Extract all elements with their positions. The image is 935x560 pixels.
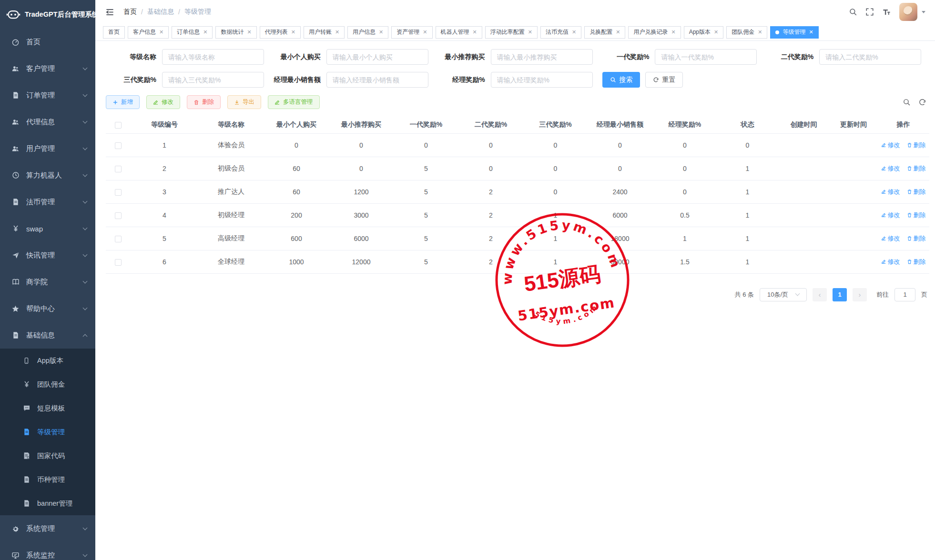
close-icon[interactable]: ✕ bbox=[159, 30, 163, 35]
collapse-sidebar-icon[interactable] bbox=[105, 8, 114, 17]
breadcrumb-basic-info[interactable]: 基础信息 bbox=[147, 8, 174, 16]
page-size-select[interactable]: 10条/页 bbox=[760, 288, 807, 301]
fullscreen-icon[interactable] bbox=[865, 8, 874, 16]
row-checkbox[interactable] bbox=[115, 259, 122, 266]
close-icon[interactable]: ✕ bbox=[572, 30, 576, 35]
sidebar-item-user-management[interactable]: 用户管理 bbox=[0, 135, 95, 162]
tab-customer-info[interactable]: 客户信息✕ bbox=[128, 26, 169, 39]
sidebar-item-country-code[interactable]: 国家代码 bbox=[0, 444, 95, 468]
row-delete-link[interactable]: 删除 bbox=[907, 188, 926, 196]
tab-exchange-config[interactable]: 兑换配置✕ bbox=[584, 26, 625, 39]
edit-button[interactable]: 修改 bbox=[146, 95, 180, 109]
sidebar-item-help-center[interactable]: 帮助中心 bbox=[0, 295, 95, 322]
row-delete-link[interactable]: 删除 bbox=[907, 164, 926, 173]
close-icon[interactable]: ✕ bbox=[247, 30, 251, 35]
sidebar-item-computing-robot[interactable]: 算力机器人 bbox=[0, 162, 95, 189]
export-button[interactable]: 导出 bbox=[227, 95, 261, 109]
tab-robot-management[interactable]: 机器人管理✕ bbox=[436, 26, 482, 39]
tab-asset-management[interactable]: 资产管理✕ bbox=[391, 26, 432, 39]
close-icon[interactable]: ✕ bbox=[671, 30, 675, 35]
refresh-icon[interactable] bbox=[918, 98, 926, 106]
sidebar-item-level-management[interactable]: 等级管理 bbox=[0, 420, 95, 444]
avatar-caret-icon[interactable] bbox=[922, 11, 925, 13]
next-page-button[interactable]: › bbox=[853, 288, 867, 301]
row-edit-link[interactable]: 修改 bbox=[881, 211, 900, 220]
breadcrumb-home[interactable]: 首页 bbox=[123, 8, 137, 16]
close-icon[interactable]: ✕ bbox=[714, 30, 718, 35]
row-edit-link[interactable]: 修改 bbox=[881, 141, 900, 150]
close-icon[interactable]: ✕ bbox=[423, 30, 427, 35]
row-edit-link[interactable]: 修改 bbox=[881, 234, 900, 243]
sidebar-item-sms-template[interactable]: 短息模板 bbox=[0, 396, 95, 420]
reset-button[interactable]: 重置 bbox=[645, 72, 683, 88]
sidebar-item-app-version[interactable]: App版本 bbox=[0, 349, 95, 372]
sidebar-item-fiat-management[interactable]: 法币管理 bbox=[0, 189, 95, 215]
tab-team-commission[interactable]: 团队佣金✕ bbox=[726, 26, 767, 39]
sidebar-item-banner-management[interactable]: banner管理 bbox=[0, 491, 95, 515]
search-icon[interactable] bbox=[849, 8, 857, 16]
row-edit-link[interactable]: 修改 bbox=[881, 258, 900, 266]
row-checkbox[interactable] bbox=[115, 166, 122, 172]
sidebar-item-news-management[interactable]: 快讯管理 bbox=[0, 242, 95, 269]
close-icon[interactable]: ✕ bbox=[758, 30, 762, 35]
tab-agent-list[interactable]: 代理列表✕ bbox=[260, 26, 301, 39]
close-icon[interactable]: ✕ bbox=[335, 30, 339, 35]
close-icon[interactable]: ✕ bbox=[379, 30, 383, 35]
tab-app-version[interactable]: App版本✕ bbox=[684, 26, 724, 39]
sidebar-item-team-commission[interactable]: 团队佣金 bbox=[0, 372, 95, 396]
gen3-reward-input[interactable] bbox=[162, 72, 264, 88]
row-checkbox[interactable] bbox=[115, 189, 122, 196]
close-icon[interactable]: ✕ bbox=[616, 30, 620, 35]
gen2-reward-input[interactable] bbox=[819, 49, 921, 65]
table-search-icon[interactable] bbox=[903, 98, 911, 106]
goto-page-input[interactable] bbox=[894, 288, 915, 301]
close-icon[interactable]: ✕ bbox=[528, 30, 532, 35]
tab-fiat-recharge[interactable]: 法币充值✕ bbox=[540, 26, 581, 39]
sidebar-item-business-school[interactable]: 商学院 bbox=[0, 269, 95, 295]
sidebar-item-agent-info[interactable]: 代理信息 bbox=[0, 109, 95, 135]
current-page-button[interactable]: 1 bbox=[833, 288, 847, 301]
row-checkbox[interactable] bbox=[115, 142, 122, 149]
row-edit-link[interactable]: 修改 bbox=[881, 188, 900, 196]
add-button[interactable]: 新增 bbox=[106, 95, 140, 109]
min-referral-buy-input[interactable] bbox=[491, 49, 593, 65]
prev-page-button[interactable]: ‹ bbox=[813, 288, 827, 301]
manager-reward-input[interactable] bbox=[491, 72, 593, 88]
manager-min-sales-input[interactable] bbox=[326, 72, 428, 88]
min-personal-buy-input[interactable] bbox=[326, 49, 428, 65]
close-icon[interactable]: ✕ bbox=[203, 30, 207, 35]
close-icon[interactable]: ✕ bbox=[473, 30, 477, 35]
sidebar-item-home[interactable]: 首页 bbox=[0, 29, 95, 55]
sidebar-item-swap[interactable]: swap bbox=[0, 215, 95, 242]
tab-home[interactable]: 首页 bbox=[103, 26, 125, 39]
row-checkbox[interactable] bbox=[115, 236, 122, 242]
tab-data-stats[interactable]: 数据统计✕ bbox=[215, 26, 256, 39]
avatar[interactable] bbox=[899, 3, 917, 21]
row-edit-link[interactable]: 修改 bbox=[881, 164, 900, 173]
delete-button[interactable]: 删除 bbox=[187, 95, 221, 109]
tab-float-ratio-config[interactable]: 浮动比率配置✕ bbox=[485, 26, 538, 39]
font-size-icon[interactable] bbox=[882, 8, 891, 17]
row-checkbox[interactable] bbox=[115, 212, 122, 219]
level-name-input[interactable] bbox=[162, 49, 264, 65]
select-all-checkbox[interactable] bbox=[115, 122, 122, 129]
row-delete-link[interactable]: 删除 bbox=[907, 141, 926, 150]
sidebar-item-basic-info[interactable]: 基础信息 bbox=[0, 322, 95, 349]
search-button[interactable]: 搜索 bbox=[602, 72, 640, 88]
sidebar-item-system-monitor[interactable]: 系统监控 bbox=[0, 542, 95, 560]
tab-level-management[interactable]: 等级管理✕ bbox=[770, 26, 818, 39]
sidebar-item-order-management[interactable]: 订单管理 bbox=[0, 82, 95, 109]
sidebar-item-customer-management[interactable]: 客户管理 bbox=[0, 55, 95, 82]
sidebar-item-currency-management[interactable]: 币种管理 bbox=[0, 468, 95, 491]
sidebar-item-system-management[interactable]: 系统管理 bbox=[0, 515, 95, 542]
row-delete-link[interactable]: 删除 bbox=[907, 234, 926, 243]
close-icon[interactable]: ✕ bbox=[291, 30, 295, 35]
row-delete-link[interactable]: 删除 bbox=[907, 258, 926, 266]
tab-user-transfer[interactable]: 用户转账✕ bbox=[304, 26, 345, 39]
gen1-reward-input[interactable] bbox=[655, 49, 757, 65]
tab-user-exchange-records[interactable]: 用户兑换记录✕ bbox=[628, 26, 681, 39]
close-icon[interactable]: ✕ bbox=[809, 30, 813, 35]
multilang-button[interactable]: 多语言管理 bbox=[268, 95, 320, 109]
row-delete-link[interactable]: 删除 bbox=[907, 211, 926, 220]
tab-order-info[interactable]: 订单信息✕ bbox=[172, 26, 213, 39]
